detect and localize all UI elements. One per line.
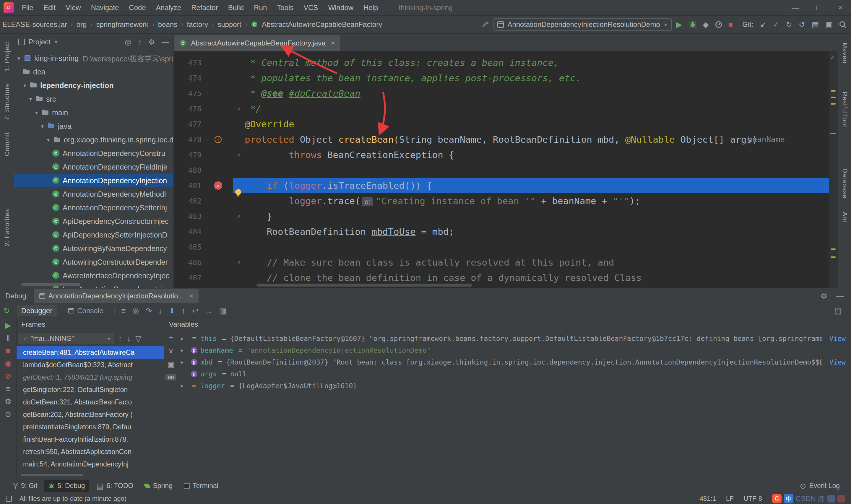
code-line-body[interactable]: ∨ } <box>233 209 838 224</box>
step-into-icon[interactable]: ↓ <box>158 307 162 314</box>
tool-button-1-project[interactable]: 1: Project <box>3 41 11 71</box>
commit-icon[interactable]: ✓ <box>773 21 779 29</box>
menu-item-tools[interactable]: Tools <box>277 3 293 12</box>
code-line-body[interactable]: // clone the bean definition in case of … <box>233 270 838 285</box>
tool-button-database[interactable]: Database <box>841 168 849 199</box>
menu-item-code[interactable]: Code <box>129 3 146 12</box>
locate-icon[interactable]: ◎ <box>125 38 131 46</box>
rollback-icon[interactable]: ↺ <box>799 21 805 29</box>
menu-item-build[interactable]: Build <box>228 3 244 12</box>
line-number[interactable]: 487 <box>174 270 203 285</box>
settings-icon[interactable]: ⚙ <box>820 292 827 300</box>
stack-frame[interactable]: doGetBean:321, AbstractBeanFacto <box>17 396 164 408</box>
debug-session-tab[interactable]: AnnotationDependencyInjectionResolutio..… <box>34 289 199 303</box>
minimize-button[interactable]: — <box>792 3 799 13</box>
stack-frame[interactable]: preInstantiateSingletons:879, Defau <box>17 421 164 433</box>
maximize-button[interactable]: □ <box>816 3 821 13</box>
menu-item-view[interactable]: View <box>66 3 81 12</box>
line-number[interactable]: 475 <box>174 86 203 101</box>
horizontal-scrollbar[interactable] <box>21 283 80 286</box>
run-icon[interactable]: ▶ <box>676 21 682 29</box>
tree-item-src[interactable]: ▼src <box>14 92 174 106</box>
tab-console[interactable]: Console <box>64 305 108 317</box>
search-icon[interactable] <box>839 21 846 28</box>
debug-icon[interactable] <box>689 21 696 29</box>
code-line-body[interactable] <box>233 162 838 178</box>
code-line-body[interactable]: ∨ throws BeanCreationException { <box>233 147 838 162</box>
gutter[interactable] <box>203 101 233 116</box>
view-as-table-icon[interactable]: ▦ <box>219 307 227 314</box>
expand-icon[interactable]: ∨ <box>168 347 174 355</box>
menu-item-analyze[interactable]: Analyze <box>156 3 181 12</box>
tool-tab-6-todo[interactable]: ▤6: TODO <box>92 480 138 491</box>
menu-item-navigate[interactable]: Navigate <box>91 3 119 12</box>
drop-frame-icon[interactable]: ↩ <box>192 307 199 314</box>
code-line-body[interactable]: * Central method of this class: creates … <box>233 55 838 70</box>
mute-breakpoints-icon[interactable]: ⊘ <box>5 372 12 380</box>
tree-item-autowiringbynamedependency[interactable]: AutowiringByNameDependency <box>14 242 174 255</box>
down-icon[interactable]: ↓ <box>127 335 131 342</box>
gutter[interactable] <box>203 255 233 270</box>
tool-tab-5-debug[interactable]: 5: Debug <box>44 480 89 491</box>
stack-frame[interactable]: finishBeanFactoryInitialization:878, <box>17 433 164 446</box>
tree-item-awareinterfacedependencyinjec[interactable]: AwareInterfaceDependencyInjec <box>14 269 174 283</box>
close-tab-icon[interactable]: × <box>331 39 335 47</box>
encoding-indicator[interactable]: UTF-8 <box>744 495 762 503</box>
add-icon[interactable]: + <box>169 333 173 341</box>
line-number[interactable]: 480 <box>174 162 203 178</box>
thread-selector[interactable]: ✓ "mai...NNING" ▼ <box>19 333 114 344</box>
breadcrumb-item-beans[interactable]: beans <box>158 20 177 29</box>
pin-icon[interactable]: ⊙ <box>5 410 12 418</box>
gutter[interactable] <box>203 70 233 86</box>
menu-item-help[interactable]: Help <box>363 3 378 12</box>
update-project-icon[interactable]: ↙ <box>760 21 766 29</box>
run-config-selector[interactable]: AnnotationDependencyInjectionResolutionD… <box>493 18 671 31</box>
layout-settings-icon[interactable]: ▤ <box>834 307 841 314</box>
line-number[interactable]: 477 <box>174 116 203 132</box>
line-number[interactable]: 481 <box>174 178 203 193</box>
line-number[interactable]: 478 <box>174 132 203 147</box>
tree-item-annotationdependencyfieldinje[interactable]: AnnotationDependencyFieldInje <box>14 160 174 174</box>
more-icon[interactable]: ≡ <box>121 307 126 314</box>
code-line-body[interactable]: * @see #doCreateBean <box>233 86 838 101</box>
tool-button-2-favorites[interactable]: 2: Favorites <box>3 209 11 246</box>
gutter[interactable] <box>203 224 233 239</box>
gutter[interactable]: ✓ <box>203 178 233 193</box>
horizontal-scrollbar[interactable] <box>21 474 83 476</box>
force-step-into-icon[interactable]: ⇓ <box>169 307 175 314</box>
tool-button-maven[interactable]: Maven <box>841 42 849 64</box>
stack-frame[interactable]: main:54, AnnotationDependencyInj <box>17 458 164 470</box>
gutter[interactable] <box>203 86 233 101</box>
tool-tab-spring[interactable]: Spring <box>140 480 176 491</box>
menu-item-file[interactable]: File <box>22 3 33 12</box>
variable-row-mbd[interactable]: ▶pmbd = {RootBeanDefinition@2037} "Root … <box>178 356 851 368</box>
fold-icon[interactable]: ∨ <box>237 259 240 265</box>
breadcrumb-item-support[interactable]: support <box>217 20 241 29</box>
tree-item-main[interactable]: ▼main <box>14 106 174 119</box>
code-line-body[interactable]: protected Object createBean(String beanN… <box>233 132 838 147</box>
tree-item-dea[interactable]: dea <box>14 65 174 78</box>
tool-tab-event-log[interactable]: ⊙Event Log <box>796 480 844 491</box>
stack-frame[interactable]: getSingleton:222, DefaultSingleton <box>17 383 164 396</box>
step-over-icon[interactable]: ↷ <box>145 307 152 314</box>
step-out-icon[interactable]: ↑ <box>182 307 185 314</box>
breadcrumb-item-factory[interactable]: factory <box>187 20 208 29</box>
resume-icon[interactable]: ▶ <box>5 321 11 329</box>
tool-button-7-structure[interactable]: 7: Structure <box>3 83 11 120</box>
line-number[interactable]: 484 <box>174 224 203 239</box>
tree-item-lependency-injection[interactable]: ▼lependency-injection <box>14 78 174 92</box>
tree-item-java[interactable]: ▼java <box>14 119 174 133</box>
chevron-right-icon[interactable]: ▶ <box>181 336 190 341</box>
gutter[interactable] <box>203 270 233 285</box>
variable-row-logger[interactable]: ▶∞logger = {LogAdapter$JavaUtilLog@1610} <box>178 380 851 392</box>
code-line-body[interactable]: ∨ // Make sure bean class is actually re… <box>233 255 838 270</box>
stack-frame[interactable]: lambda$doGetBean$0:323, Abstract <box>17 359 164 371</box>
line-number[interactable]: 479 <box>174 147 203 162</box>
thread-dump-icon[interactable]: ≡ <box>6 385 10 393</box>
variable-row-args[interactable]: pargs = null <box>178 368 851 380</box>
caret-position[interactable]: 481:1 <box>700 495 716 503</box>
code-line-body[interactable]: ∨ */ <box>233 101 838 116</box>
run-to-cursor-icon[interactable]: → <box>205 307 213 314</box>
gutter[interactable] <box>203 147 233 162</box>
filter-icon[interactable]: ▽ <box>135 335 141 342</box>
